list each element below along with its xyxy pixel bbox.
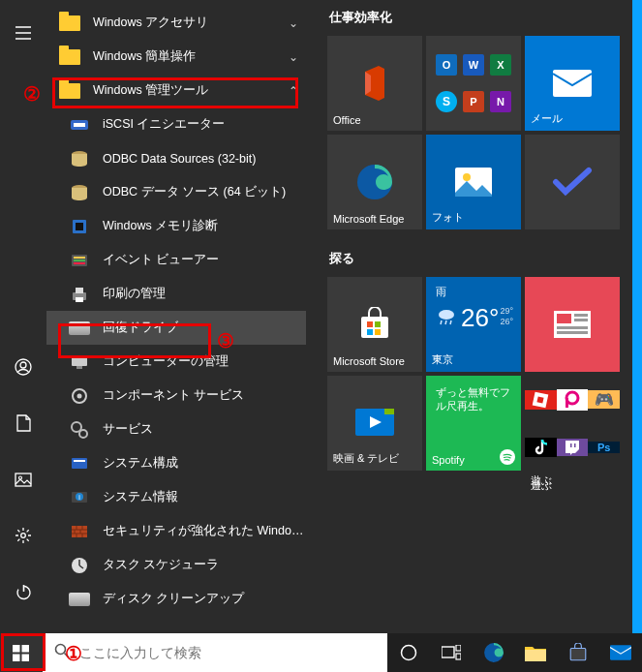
taskbar-mail[interactable] xyxy=(599,633,642,672)
app-label: ディスク クリーンアップ xyxy=(103,591,306,607)
svg-rect-15 xyxy=(74,260,85,261)
office-icon xyxy=(357,64,392,103)
tile-group-title-explore[interactable]: 探る xyxy=(329,251,632,267)
svg-rect-60 xyxy=(22,654,30,661)
tile-office[interactable]: Office xyxy=(327,36,422,131)
eventvwr-icon xyxy=(68,249,91,272)
start-button[interactable] xyxy=(0,633,43,672)
app-memory-diagnostic[interactable]: Windows メモリ診断 xyxy=(46,209,306,243)
nav-menu-button[interactable] xyxy=(0,14,46,52)
app-folder-windows-ease-of-access[interactable]: Windows 簡単操作 ⌄ xyxy=(46,40,306,74)
svg-point-23 xyxy=(77,393,82,398)
app-recovery-drive[interactable]: 回復ドライブ xyxy=(46,311,306,345)
svg-rect-52 xyxy=(537,396,544,403)
skype-icon: S xyxy=(436,91,457,112)
task-view-button[interactable] xyxy=(430,633,473,672)
app-print-management[interactable]: 印刷の管理 xyxy=(46,277,306,311)
drive-icon xyxy=(68,317,91,340)
power-button[interactable] xyxy=(0,572,46,611)
app-services[interactable]: サービス xyxy=(46,412,306,446)
tile-microsoft-store[interactable]: Microsoft Store xyxy=(327,277,422,372)
msconfig-icon xyxy=(68,452,91,475)
taskbar-edge[interactable] xyxy=(473,633,515,672)
svg-rect-66 xyxy=(456,654,461,659)
gears-icon xyxy=(68,418,91,442)
annotation-label-2: ② xyxy=(23,82,41,106)
svg-rect-65 xyxy=(456,645,461,651)
svg-rect-31 xyxy=(72,526,87,537)
app-label: セキュリティが強化された Windows Def... xyxy=(103,523,306,539)
movies-icon xyxy=(355,409,394,438)
tile-mail[interactable]: メール xyxy=(525,36,620,131)
tile-spotify[interactable]: ずっと無料でフル尺再生。 Spotify xyxy=(426,376,521,471)
iscsi-icon xyxy=(68,113,91,137)
tile-play-folder[interactable]: 🎮 Ps 遊ぶ xyxy=(525,376,620,471)
tile-news[interactable] xyxy=(525,277,620,372)
app-label: Windows 管理ツール xyxy=(93,82,275,99)
svg-rect-45 xyxy=(574,314,588,317)
tile-todo[interactable] xyxy=(525,135,620,229)
app-disk-cleanup[interactable]: ディスク クリーンアップ xyxy=(46,582,306,616)
svg-rect-21 xyxy=(76,366,82,369)
word-icon: W xyxy=(463,54,484,76)
app-label: ODBC データ ソース (64 ビット) xyxy=(103,184,306,200)
app-label: Windows 簡単操作 xyxy=(93,48,275,65)
svg-rect-50 xyxy=(384,409,394,414)
tile-edge[interactable]: Microsoft Edge xyxy=(327,135,422,229)
sysinfo-icon: i xyxy=(68,486,91,509)
svg-point-4 xyxy=(21,534,26,538)
annotation-label-3: ③ xyxy=(217,329,234,352)
tile-weather[interactable]: 雨 26° 29° 26° 東京 xyxy=(426,277,521,372)
odbc-icon xyxy=(68,181,91,204)
svg-rect-68 xyxy=(525,650,546,661)
app-label: イベント ビューアー xyxy=(103,252,306,268)
app-iscsi-initiator[interactable]: iSCSI イニシエーター xyxy=(46,107,306,141)
odbc-icon xyxy=(68,147,91,170)
search-input[interactable] xyxy=(79,645,376,660)
tile-group-title-productivity[interactable]: 仕事効率化 xyxy=(329,10,632,26)
svg-rect-18 xyxy=(76,288,83,293)
svg-rect-33 xyxy=(553,70,592,97)
user-account-button[interactable] xyxy=(0,348,46,386)
app-windows-defender-firewall[interactable]: セキュリティが強化された Windows Def... xyxy=(46,514,306,548)
chevron-up-icon: ⌃ xyxy=(287,84,306,98)
weather-condition: 雨 xyxy=(436,285,446,299)
app-computer-management[interactable]: コンピューターの管理 xyxy=(46,345,306,379)
pictures-button[interactable] xyxy=(0,460,46,499)
broom-disk-icon xyxy=(68,588,91,611)
svg-point-25 xyxy=(79,430,87,438)
tile-label: 遊ぶ xyxy=(531,473,552,488)
store-icon xyxy=(357,307,392,342)
app-label: Windows メモリ診断 xyxy=(103,218,306,234)
taskbar-store[interactable] xyxy=(557,633,599,672)
powerpoint-icon: P xyxy=(463,91,484,112)
settings-button[interactable] xyxy=(0,516,46,555)
firewall-icon xyxy=(68,520,91,543)
tile-label: Spotify xyxy=(432,454,465,466)
taskbar-search[interactable] xyxy=(43,633,387,672)
app-system-information[interactable]: i システム情報 xyxy=(46,480,306,514)
tile-m365-apps[interactable]: O W X S P N xyxy=(426,36,521,131)
svg-rect-64 xyxy=(442,647,454,657)
app-task-scheduler[interactable]: タスク スケジューラ xyxy=(46,548,306,582)
cortana-button[interactable] xyxy=(387,633,430,672)
tile-movies-tv[interactable]: 映画 & テレビ xyxy=(327,376,422,471)
app-folder-windows-accessories[interactable]: Windows アクセサリ ⌄ xyxy=(46,6,306,40)
documents-button[interactable] xyxy=(0,404,46,443)
tile-label: 映画 & テレビ xyxy=(333,451,399,466)
tile-label: メール xyxy=(531,111,563,126)
app-odbc-32[interactable]: ODBC Data Sources (32-bit) xyxy=(46,141,306,175)
app-odbc-64[interactable]: ODBC データ ソース (64 ビット) xyxy=(46,175,306,209)
svg-rect-14 xyxy=(74,257,85,259)
svg-rect-8 xyxy=(74,123,85,127)
svg-rect-38 xyxy=(367,321,373,327)
weather-range: 29° 26° xyxy=(500,306,513,327)
app-system-configuration[interactable]: システム構成 xyxy=(46,446,306,480)
app-folder-windows-admin-tools[interactable]: Windows 管理ツール ⌃ xyxy=(46,74,306,107)
svg-point-1 xyxy=(20,362,26,368)
app-event-viewer[interactable]: イベント ビューアー xyxy=(46,243,306,277)
app-label: システム構成 xyxy=(103,455,306,472)
taskbar-explorer[interactable] xyxy=(514,633,557,672)
app-component-services[interactable]: コンポーネント サービス xyxy=(46,379,306,412)
tile-photos[interactable]: フォト xyxy=(426,135,521,229)
